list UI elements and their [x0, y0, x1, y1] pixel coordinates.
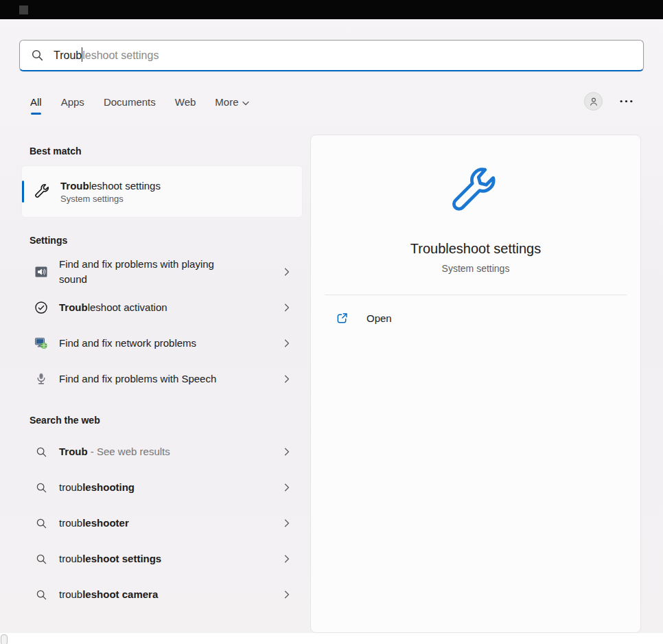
screen: Troubleshoot settings All Apps Documents… [0, 0, 663, 644]
search-tabs: All Apps Documents Web More [30, 96, 249, 115]
user-avatar-icon [588, 96, 599, 107]
web-suggestion[interactable]: troubleshoot settings [22, 541, 302, 577]
more-options-button[interactable] [620, 100, 633, 103]
web-suggestion-label: Troub - See web results [59, 444, 170, 459]
sound-icon [34, 265, 48, 279]
list-item-speech-troubleshooter[interactable]: Find and fix problems with Speech [22, 361, 302, 397]
window-titlebar [0, 0, 663, 19]
list-item-troubleshoot-activation[interactable]: Troubleshoot activation [22, 290, 302, 325]
web-suggestion[interactable]: troubleshooter [22, 505, 302, 541]
user-avatar[interactable] [584, 92, 603, 111]
web-suggestion[interactable]: troubleshoot camera [22, 577, 302, 612]
chevron-right-icon [284, 590, 290, 599]
web-suggestion-label: troubleshoot camera [59, 587, 158, 602]
settings-heading: Settings [30, 235, 302, 246]
best-match-subtitle: System settings [60, 194, 161, 204]
tab-documents[interactable]: Documents [104, 96, 156, 115]
open-button-label: Open [367, 312, 392, 324]
titlebar-app-icon [19, 5, 28, 14]
tab-apps[interactable]: Apps [61, 96, 84, 115]
chevron-right-icon [284, 518, 290, 528]
chevron-right-icon [284, 554, 290, 564]
preview-title: Troubleshoot settings [410, 241, 541, 257]
open-button[interactable]: Open [316, 302, 635, 334]
search-icon [34, 482, 48, 494]
search-flyout-panel: Troubleshoot settings All Apps Documents… [0, 19, 663, 633]
search-input[interactable]: Troubleshoot settings [19, 40, 644, 71]
web-suggestion-label: troubleshooting [59, 480, 135, 495]
search-the-web-heading: Search the web [30, 415, 302, 426]
chevron-right-icon [284, 483, 290, 492]
web-suggestion[interactable]: troubleshooting [22, 470, 302, 505]
search-icon [34, 553, 48, 565]
chevron-right-icon [284, 338, 290, 348]
chevron-right-icon [284, 447, 290, 457]
preview-subtitle: System settings [442, 263, 510, 274]
wrench-icon [450, 165, 502, 218]
chevron-right-icon [284, 303, 290, 312]
best-match-title: Troubleshoot settings [60, 180, 161, 192]
wrench-icon [34, 183, 51, 200]
web-suggestion-label: troubleshoot settings [59, 551, 161, 566]
list-item-label: Find and fix network problems [59, 336, 196, 351]
list-item-sound-troubleshooter[interactable]: Find and fix problems with playing sound [22, 254, 302, 290]
web-suggestion[interactable]: Troub - See web results [22, 434, 302, 470]
web-suggestion-label: troubleshooter [59, 516, 129, 531]
window-corner-fragment [1, 634, 8, 644]
search-icon [34, 446, 48, 458]
divider [325, 295, 627, 295]
search-icon [31, 49, 44, 62]
preview-pane: Troubleshoot settings System settings Op… [310, 135, 641, 633]
search-icon [34, 518, 48, 529]
tab-all[interactable]: All [30, 96, 42, 115]
activation-icon [34, 301, 48, 314]
search-typed-text: Troub [54, 49, 82, 62]
network-icon [34, 336, 48, 350]
list-item-label: Find and fix problems with Speech [59, 371, 216, 387]
tab-web[interactable]: Web [175, 96, 196, 115]
best-match-heading: Best match [30, 146, 302, 157]
search-suggestion-text: leshoot settings [82, 49, 159, 62]
chevron-down-icon [242, 96, 249, 108]
search-icon [34, 589, 48, 601]
chevron-right-icon [284, 374, 290, 384]
list-item-network-troubleshooter[interactable]: Find and fix network problems [22, 325, 302, 361]
desktop-edge [0, 633, 663, 644]
list-item-label: Find and fix problems with playing sound [59, 257, 244, 287]
ellipsis-icon [620, 100, 633, 103]
chevron-right-icon [284, 267, 290, 277]
tab-more[interactable]: More [215, 96, 248, 115]
list-item-label: Troubleshoot activation [59, 300, 167, 315]
best-match-result[interactable]: Troubleshoot settings System settings [22, 166, 302, 217]
speech-icon [34, 372, 48, 386]
results-column: Best match Troubleshoot settings System … [19, 141, 302, 612]
open-external-icon [336, 312, 349, 325]
